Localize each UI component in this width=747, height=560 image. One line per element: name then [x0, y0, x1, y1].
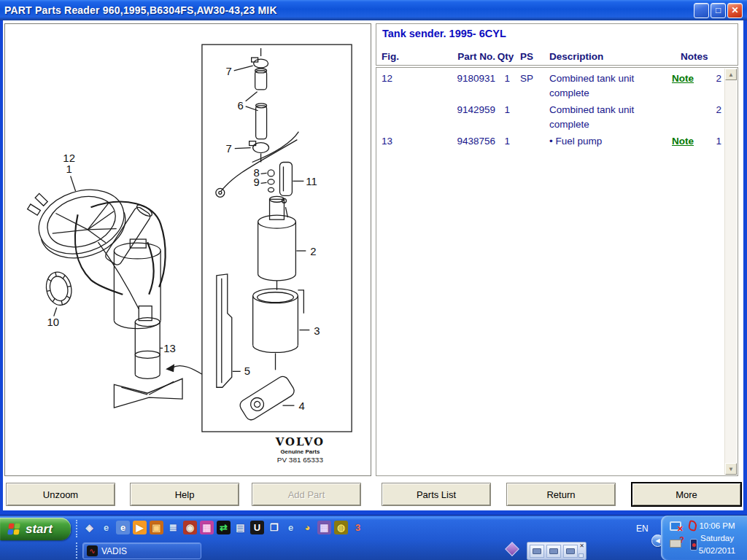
scroll-up-icon: ▲ — [728, 71, 734, 78]
printer-toolbar-minimize-icon[interactable] — [578, 553, 584, 558]
add-part-button: Add Part — [252, 483, 361, 506]
cell-ps: SP — [516, 71, 545, 101]
media-folder-icon[interactable]: ▣ — [150, 521, 163, 534]
globe-alert-icon[interactable]: ◉ — [183, 521, 197, 534]
purple-diamond-icon[interactable] — [505, 542, 519, 556]
note-link[interactable]: Note — [672, 136, 694, 147]
cell-notes-count: 2 — [705, 103, 721, 132]
return-button[interactable]: Return — [506, 483, 616, 506]
internet-explorer-2-icon[interactable]: e — [284, 521, 298, 534]
close-icon: ✕ — [731, 5, 738, 15]
scroll-down-icon: ▼ — [728, 466, 734, 472]
quick-launch-bar: ◈ e e ▶ ▣ ≣ ◉ ▦ ⇄ ▤ U ❐ e ◕ ▦ ◍ — [82, 521, 365, 534]
cell-part-no: 9180931 — [444, 71, 495, 101]
printer-icon[interactable] — [546, 545, 561, 558]
file-transfer-icon[interactable]: ❐ — [267, 521, 281, 534]
callout-6[interactable]: 6 — [238, 99, 244, 112]
clock-day: Saturday — [693, 532, 741, 545]
callout-13[interactable]: 13 — [163, 342, 176, 354]
callout-4[interactable]: 4 — [298, 400, 304, 412]
diagram-panel: 7 6 7 8 — [4, 23, 371, 476]
vertical-scrollbar[interactable]: ▲ ▼ — [724, 69, 737, 475]
callout-10[interactable]: 10 — [47, 316, 59, 328]
column-header-notes: Notes — [663, 51, 705, 62]
network-disconnected-icon[interactable]: ✕ — [670, 521, 681, 531]
help-button[interactable]: Help — [130, 483, 239, 506]
fax-icon[interactable] — [563, 545, 578, 558]
vadis-task-icon: ∿ — [87, 545, 98, 556]
language-indicator[interactable]: EN — [636, 524, 649, 534]
cell-ps — [516, 103, 545, 132]
close-button[interactable]: ✕ — [727, 3, 743, 18]
volvo-tagline: Genuine Parts — [280, 448, 320, 455]
red-three-icon[interactable]: 3 — [351, 521, 365, 534]
printer-question-icon[interactable]: ? — [670, 540, 681, 548]
maximize-button[interactable]: □ — [711, 3, 726, 18]
window-title: PART Parts Reader 960,1995,B6304FS,AW30-… — [4, 4, 692, 16]
cell-description: Combined tank unit complete — [545, 103, 663, 132]
client-area: 7 6 7 8 — [3, 20, 743, 510]
minimize-icon: _ — [699, 9, 704, 19]
more-button[interactable]: More — [632, 483, 741, 506]
vadis-app-icon[interactable]: U — [250, 521, 264, 534]
callout-11[interactable]: 11 — [306, 175, 317, 187]
parts-list-button[interactable]: Parts List — [382, 483, 491, 506]
scroll-up-button[interactable]: ▲ — [725, 69, 737, 80]
minimize-button[interactable]: _ — [694, 3, 709, 18]
ulead-diamond-icon[interactable]: ◈ — [82, 521, 96, 534]
chrome-icon[interactable]: ◕ — [301, 521, 314, 534]
cell-qty: 1 — [495, 134, 516, 149]
titlebar[interactable]: PART Parts Reader 960,1995,B6304FS,AW30-… — [0, 0, 747, 20]
bsw-icon[interactable]: ▦ — [200, 521, 214, 534]
callout-2[interactable]: 2 — [310, 245, 316, 257]
ie-news-icon[interactable]: e — [116, 521, 130, 534]
column-header-qty: Qty — [495, 51, 516, 62]
callout-5[interactable]: 5 — [244, 365, 250, 377]
scanner-icon[interactable] — [530, 545, 544, 558]
toolbar-grip — [76, 542, 78, 559]
parts-header-panel: Tank sender. 1995- 6CYL Fig. Part No. Qt… — [376, 23, 738, 66]
task-label: VADIS — [101, 546, 127, 556]
taskbar-clock[interactable]: 10:06 PM Saturday 5/02/2011 — [693, 520, 741, 557]
chevron-left-icon: ◀ — [655, 537, 659, 544]
callout-7b[interactable]: 7 — [226, 142, 232, 155]
start-button[interactable]: start — [0, 518, 71, 540]
scroll-down-button[interactable]: ▼ — [725, 463, 737, 475]
sync-arrows-icon[interactable]: ⇄ — [217, 521, 231, 534]
start-label: start — [26, 522, 53, 537]
clock-date: 5/02/2011 — [693, 545, 741, 557]
toolbar-grip — [76, 520, 78, 537]
show-desktop-icon[interactable]: ≣ — [166, 521, 180, 534]
callout-3[interactable]: 3 — [314, 324, 320, 337]
table-column-headers: Fig. Part No. Qty PS Description Notes — [376, 51, 738, 62]
callout-7a[interactable]: 7 — [226, 65, 232, 77]
maximize-icon: □ — [716, 5, 721, 15]
cell-part-no: 9142959 — [444, 103, 495, 132]
cell-qty: 1 — [495, 71, 516, 101]
clock-badge-icon[interactable]: ◍ — [334, 521, 348, 534]
cell-fig — [382, 103, 444, 132]
cell-notes-count: 2 — [705, 71, 721, 101]
note-link[interactable]: Note — [672, 73, 694, 84]
callout-9[interactable]: 9 — [253, 176, 259, 188]
app-window: PART Parts Reader 960,1995,B6304FS,AW30-… — [0, 0, 747, 515]
parts-table: 12 9180931 1 SP Combined tank unit compl… — [376, 67, 738, 476]
table-row[interactable]: 13 9438756 1 • Fuel pump Note 1 — [376, 134, 724, 149]
table-row[interactable]: 12 9180931 1 SP Combined tank unit compl… — [376, 71, 724, 101]
media-player-icon[interactable]: ▶ — [133, 521, 147, 534]
calendar-grid-icon[interactable]: ▦ — [317, 521, 331, 534]
cell-part-no: 9438756 — [444, 134, 495, 149]
internet-explorer-icon[interactable]: e — [99, 521, 113, 534]
cell-description: Combined tank unit complete — [545, 71, 663, 101]
unzoom-button[interactable]: Unzoom — [6, 483, 115, 506]
parts-section-title: Tank sender. 1995- 6CYL — [382, 28, 506, 39]
callout-1[interactable]: 1 — [66, 163, 71, 175]
table-row[interactable]: 9142959 1 Combined tank unit complete 2 — [376, 103, 724, 132]
printer-toolbar: ✕ — [527, 542, 587, 560]
column-header-description: Description — [545, 51, 663, 62]
task-button-vadis[interactable]: ∿ VADIS — [82, 542, 201, 559]
volvo-logo: VOLVO — [275, 435, 325, 448]
printer-toolbar-close-icon[interactable]: ✕ — [579, 543, 584, 549]
calculator-icon[interactable]: ▤ — [233, 521, 247, 534]
parts-diagram[interactable]: 7 6 7 8 — [5, 24, 371, 475]
